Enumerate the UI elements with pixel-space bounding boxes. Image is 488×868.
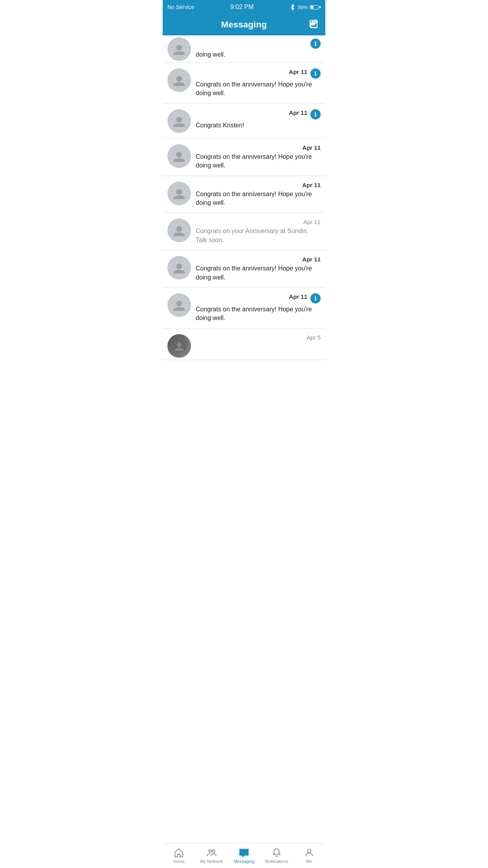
message-meta: Apr 5	[196, 334, 321, 341]
message-text: doing well.	[196, 50, 321, 59]
svg-point-1	[176, 45, 182, 50]
photo-avatar	[172, 339, 186, 353]
battery-icon	[310, 5, 321, 9]
message-text: Congrats on the anniversary! Hope you're…	[196, 305, 321, 323]
svg-point-7	[176, 263, 182, 269]
svg-point-2	[176, 76, 182, 81]
message-text: Congrats on the anniversary! Hope you're…	[196, 264, 321, 282]
default-avatar-icon	[172, 42, 186, 56]
default-avatar-icon	[172, 114, 186, 128]
clock: 9:02 PM	[230, 4, 254, 11]
avatar	[167, 293, 191, 317]
message-meta: Apr 11 1	[196, 109, 321, 120]
message-text: Congrats on the anniversary! Hope you're…	[196, 190, 321, 208]
avatar	[167, 219, 191, 242]
unread-badge: 1	[310, 293, 321, 303]
message-meta: Apr 11	[196, 182, 321, 188]
message-item[interactable]: Apr 11 1 Congrats on the anniversary! Ho…	[163, 63, 325, 104]
message-item[interactable]: Apr 11 Congrats on the anniversary! Hope…	[163, 250, 325, 288]
message-item[interactable]: 1 doing well.	[163, 35, 325, 63]
svg-point-10	[177, 342, 182, 347]
default-avatar-icon	[172, 261, 186, 275]
bluetooth-icon	[290, 4, 295, 10]
message-item[interactable]: Apr 11 1 Congrats on the anniversary! Ho…	[163, 288, 325, 329]
svg-point-5	[176, 189, 182, 195]
message-meta: Apr 11	[196, 144, 321, 151]
message-meta: Apr 11	[196, 256, 321, 263]
svg-point-4	[176, 152, 182, 157]
message-content: Apr 11 Congrats on your Anniversary at S…	[196, 219, 321, 245]
compose-button[interactable]	[309, 19, 319, 31]
avatar	[167, 334, 191, 358]
message-meta: Apr 11 1	[196, 68, 321, 79]
message-meta: Apr 11	[196, 219, 321, 225]
status-right: 36%	[290, 4, 321, 10]
default-avatar-icon	[172, 149, 186, 163]
message-date: Apr 11	[289, 109, 307, 116]
message-item[interactable]: Apr 11 Congrats on your Anniversary at S…	[163, 213, 325, 250]
avatar	[167, 182, 191, 205]
message-text: Congrats on the anniversary! Hope you're…	[196, 80, 321, 98]
svg-point-6	[176, 226, 182, 232]
message-item[interactable]: Apr 5	[163, 329, 325, 360]
signal-status: No Service	[167, 4, 194, 10]
message-list: 1 doing well. Apr 11 1 Congrats on the a…	[163, 35, 325, 385]
message-content: Apr 11 Congrats on the anniversary! Hope…	[196, 256, 321, 282]
message-meta: Apr 11 1	[196, 293, 321, 303]
message-date: Apr 11	[303, 219, 321, 225]
compose-icon	[309, 19, 319, 29]
default-avatar-icon	[172, 73, 186, 87]
message-date: Apr 11	[289, 293, 307, 300]
avatar	[167, 109, 191, 133]
message-item[interactable]: Apr 11 Congrats on the anniversary! Hope…	[163, 176, 325, 213]
status-bar: No Service 9:02 PM 36%	[163, 0, 325, 14]
page-title: Messaging	[221, 20, 267, 30]
message-content: Apr 11 Congrats on the anniversary! Hope…	[196, 144, 321, 170]
message-content: Apr 11 Congrats on the anniversary! Hope…	[196, 182, 321, 208]
avatar	[167, 68, 191, 92]
message-text: Congrats Kristen!	[196, 121, 321, 130]
unread-badge: 1	[310, 39, 321, 49]
message-date: Apr 11	[302, 182, 321, 188]
message-date: Apr 11	[302, 256, 321, 263]
svg-point-8	[176, 301, 182, 306]
svg-point-3	[176, 117, 182, 122]
battery-percent: 36%	[297, 4, 308, 10]
header: Messaging	[163, 14, 325, 35]
message-content: Apr 11 1 Congrats Kristen!	[196, 109, 321, 130]
message-text: Congrats on your Anniversary at Sundin. …	[196, 227, 321, 245]
message-text: Congrats on the anniversary! Hope you're…	[196, 153, 321, 170]
avatar	[167, 256, 191, 280]
message-content: Apr 5	[196, 334, 321, 342]
message-date: Apr 11	[302, 144, 321, 151]
unread-badge: 1	[310, 109, 321, 120]
message-content: Apr 11 1 Congrats on the anniversary! Ho…	[196, 293, 321, 323]
default-avatar-icon	[172, 186, 186, 200]
default-avatar-icon	[172, 223, 186, 237]
avatar	[167, 144, 191, 168]
message-item[interactable]: Apr 11 Congrats on the anniversary! Hope…	[163, 139, 325, 176]
unread-badge: 1	[310, 68, 321, 79]
message-content: 1 doing well.	[196, 39, 321, 59]
message-date: Apr 5	[306, 334, 321, 341]
message-meta: 1	[196, 39, 321, 49]
message-date: Apr 11	[289, 68, 307, 75]
message-content: Apr 11 1 Congrats on the anniversary! Ho…	[196, 68, 321, 98]
avatar	[167, 37, 191, 61]
default-avatar-icon	[172, 298, 186, 312]
message-item[interactable]: Apr 11 1 Congrats Kristen!	[163, 104, 325, 139]
